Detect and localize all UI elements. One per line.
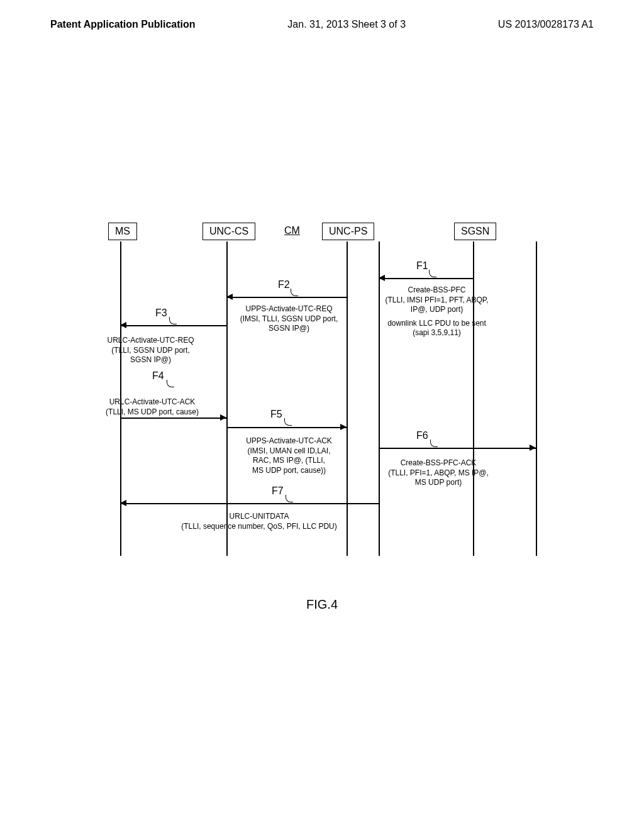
arrow-f6 [379, 448, 536, 449]
f4-msg-line2: (TLLI, MS UDP port, cause) [96, 407, 209, 418]
f4-msg-line1: URLC-Activate-UTC-ACK [96, 397, 209, 407]
step-f5: F5 [270, 409, 282, 420]
step-f6: F6 [416, 430, 428, 441]
arrow-f7 [120, 503, 379, 504]
arrowhead-f2 [226, 294, 233, 300]
curve-f5 [284, 418, 292, 426]
f1-msg-line3: IP@, UDP port) [382, 305, 492, 315]
curve-f6 [430, 440, 438, 447]
f5-msg-line4: MS UDP port, cause)) [234, 466, 344, 476]
step-f7: F7 [272, 485, 284, 497]
f1-msg-line1: Create-BSS-PFC [382, 285, 492, 296]
f1-msg-line4: downlink LLC PDU to be sent [382, 319, 492, 329]
entity-sgsn: SGSN [454, 223, 496, 240]
label-f7: URLC-UNITDATA (TLLI, sequence number, Qo… [165, 512, 353, 531]
page-header: Patent Application Publication Jan. 31, … [0, 0, 644, 30]
f2-msg-line1: UPPS-Activate-UTC-REQ [234, 304, 344, 314]
arrowhead-f7 [120, 500, 126, 506]
header-center: Jan. 31, 2013 Sheet 3 of 3 [287, 19, 406, 30]
arrow-f2 [226, 297, 347, 298]
label-f4: URLC-Activate-UTC-ACK (TLLI, MS UDP port… [96, 397, 209, 417]
arrowhead-f6 [530, 445, 536, 451]
f3-msg-line3: SGSN IP@) [96, 355, 206, 365]
entity-unc-ps: UNC-PS [322, 223, 374, 240]
curve-f1 [429, 270, 436, 277]
arrow-f1 [379, 278, 473, 279]
f5-msg-line1: UPPS-Activate-UTC-ACK [234, 436, 344, 446]
lifeline-unc-ps-right [379, 241, 380, 556]
lifeline-unc-ps [347, 241, 348, 556]
figure-caption: FIG.4 [306, 597, 338, 612]
label-f6: Create-BSS-PFC-ACK (TLLI, PFI=1, ABQP, M… [382, 458, 495, 488]
lifeline-unc-cs [226, 241, 228, 556]
f5-msg-line2: (IMSI, UMAN cell ID,LAI, [234, 446, 344, 456]
f7-msg-line2: (TLLI, sequence number, QoS, PFI, LLC PD… [165, 522, 353, 532]
sequence-diagram: MS UNC-CS CM UNC-PS SGSN F1 Create-BSS-P… [108, 223, 548, 562]
curve-f4 [167, 380, 174, 387]
arrowhead-f3 [120, 322, 126, 328]
f3-msg-line2: (TLLI, SGSN UDP port, [96, 346, 206, 356]
entity-cm: CM [284, 225, 300, 236]
label-f3: URLC-Activate-UTC-REQ (TLLI, SGSN UDP po… [96, 336, 206, 365]
step-f1: F1 [416, 260, 428, 272]
f2-msg-line2: (IMSI, TLLI, SGSN UDP port, [234, 314, 344, 324]
f2-msg-line3: SGSN IP@) [234, 324, 344, 334]
arrowhead-f5 [340, 424, 347, 430]
step-f4: F4 [152, 370, 164, 382]
arrow-f3 [120, 325, 226, 326]
arrow-f5 [226, 427, 347, 428]
f5-msg-line3: RAC, MS IP@, (TLLI, [234, 456, 344, 466]
step-f2: F2 [278, 279, 290, 290]
entity-unc-cs: UNC-CS [203, 223, 255, 240]
entity-ms: MS [108, 223, 137, 240]
f6-msg-line2: (TLLI, PFI=1, ABQP, MS IP@, [382, 468, 495, 479]
arrowhead-f4 [220, 414, 226, 421]
header-left: Patent Application Publication [50, 19, 196, 30]
header-right: US 2013/0028173 A1 [498, 19, 594, 30]
arrow-f4 [120, 418, 226, 419]
f6-msg-line1: Create-BSS-PFC-ACK [382, 458, 495, 468]
f7-msg-line1: URLC-UNITDATA [165, 512, 353, 522]
label-f2: UPPS-Activate-UTC-REQ (IMSI, TLLI, SGSN … [234, 304, 344, 334]
step-f3: F3 [155, 307, 167, 319]
curve-f7 [286, 495, 293, 502]
lifeline-sgsn-right [536, 241, 537, 556]
curve-f2 [291, 289, 298, 296]
label-f5: UPPS-Activate-UTC-ACK (IMSI, UMAN cell I… [234, 436, 344, 475]
f1-msg-line5: (sapi 3,5,9,11) [382, 328, 492, 338]
f3-msg-line1: URLC-Activate-UTC-REQ [96, 336, 206, 346]
arrowhead-f1 [379, 275, 385, 281]
curve-f3 [169, 317, 177, 324]
label-f1: Create-BSS-PFC (TLLI, IMSI PFI=1, PFT, A… [382, 285, 492, 338]
f1-msg-line2: (TLLI, IMSI PFI=1, PFT, ABQP, [382, 296, 492, 306]
f6-msg-line3: MS UDP port) [382, 478, 495, 488]
